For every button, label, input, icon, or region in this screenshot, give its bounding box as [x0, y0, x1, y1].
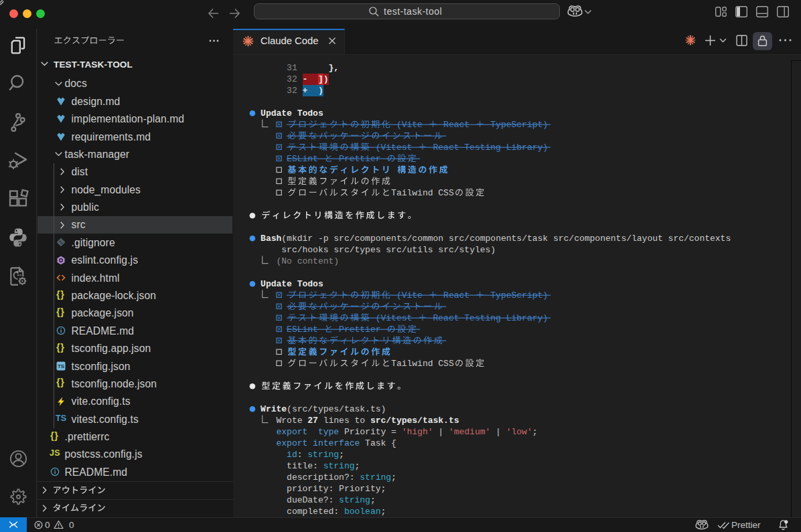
svg-text:TS: TS	[58, 363, 65, 369]
